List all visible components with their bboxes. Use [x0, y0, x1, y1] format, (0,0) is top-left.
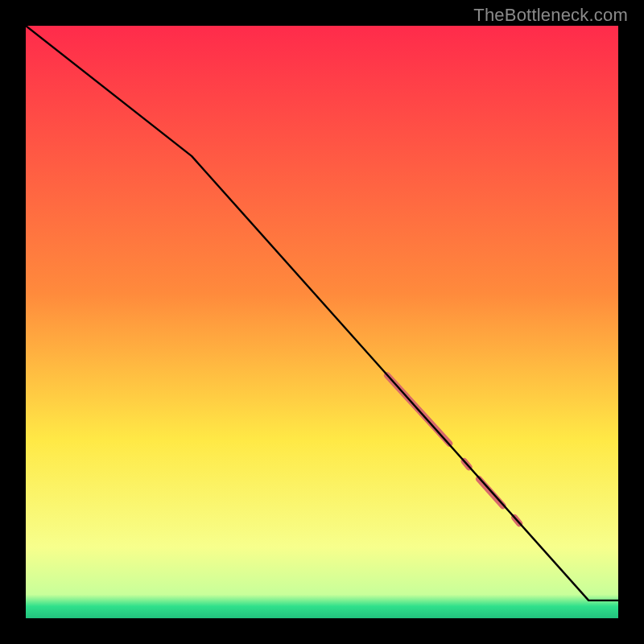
watermark-text: TheBottleneck.com	[473, 5, 628, 26]
gradient-background	[26, 26, 618, 618]
chart-plot	[26, 26, 618, 618]
chart-svg	[26, 26, 618, 618]
chart-frame: TheBottleneck.com	[0, 0, 644, 644]
